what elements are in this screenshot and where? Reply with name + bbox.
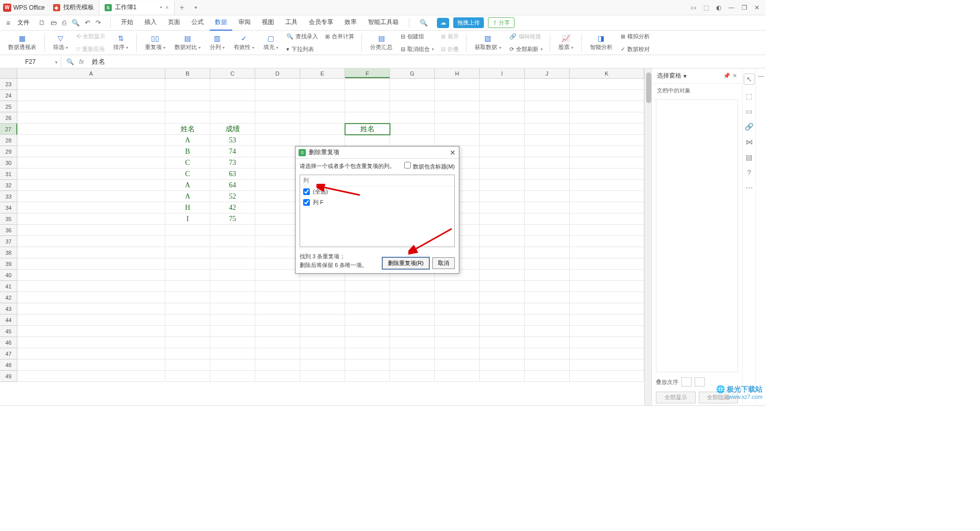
pane-pin-icon[interactable]: 📌	[723, 73, 730, 79]
cell[interactable]	[525, 79, 570, 90]
cell[interactable]	[165, 303, 210, 315]
cell[interactable]	[525, 225, 570, 236]
cell[interactable]	[435, 90, 480, 101]
cell[interactable]	[165, 348, 210, 359]
qat-redo-icon[interactable]: ↷	[95, 19, 101, 27]
cell[interactable]	[210, 236, 255, 247]
cell[interactable]	[300, 112, 345, 124]
formula-input[interactable]: 姓名	[89, 57, 766, 66]
cell[interactable]	[300, 326, 345, 337]
cell[interactable]	[435, 348, 480, 359]
cell[interactable]	[17, 168, 165, 180]
cell[interactable]	[165, 258, 210, 270]
row-header[interactable]: 31	[0, 168, 17, 180]
cell[interactable]	[210, 303, 255, 315]
cell[interactable]	[165, 270, 210, 281]
cell[interactable]	[525, 371, 570, 382]
cell[interactable]	[525, 101, 570, 112]
cell[interactable]	[480, 157, 525, 168]
cell[interactable]	[480, 236, 525, 247]
cell[interactable]	[17, 247, 165, 258]
cell[interactable]	[255, 225, 300, 236]
cell[interactable]	[570, 303, 644, 315]
namebox-dropdown-icon[interactable]: ▾	[55, 60, 58, 65]
doc-tab-workbook[interactable]: S 工作簿1 • ×	[100, 1, 175, 15]
cell[interactable]	[525, 236, 570, 247]
add-sheet-button[interactable]: +	[56, 408, 67, 409]
row-header[interactable]: 23	[0, 79, 17, 90]
cell[interactable]	[570, 124, 644, 135]
ribbon-split[interactable]: ▥分列 ▾	[207, 34, 228, 51]
cell[interactable]	[480, 247, 525, 258]
cell[interactable]	[17, 213, 165, 225]
cell[interactable]: A	[165, 135, 210, 146]
cell[interactable]	[570, 112, 644, 124]
cell[interactable]	[390, 292, 435, 303]
cell[interactable]	[165, 90, 210, 101]
cell[interactable]	[165, 101, 210, 112]
cell[interactable]	[210, 281, 255, 292]
new-tab-button[interactable]: +	[175, 3, 189, 12]
row-header[interactable]: 37	[0, 236, 17, 247]
cell[interactable]	[570, 146, 644, 157]
hamburger-menu-icon[interactable]: ≡	[4, 19, 12, 27]
menu-tab-智能工具箱[interactable]: 智能工具箱	[363, 15, 404, 31]
cell[interactable]	[255, 90, 300, 101]
ribbon-pivot[interactable]: ▦数据透视表	[5, 34, 39, 51]
cell[interactable]	[480, 101, 525, 112]
cell[interactable]	[570, 79, 644, 90]
cell[interactable]	[570, 191, 644, 202]
column-f-item[interactable]: 列 F	[300, 197, 454, 208]
ribbon-reapply[interactable]: ▽ 重新应用	[76, 43, 105, 55]
row-header[interactable]: 48	[0, 359, 17, 371]
cell[interactable]	[570, 236, 644, 247]
cell[interactable]	[525, 292, 570, 303]
cell[interactable]	[255, 112, 300, 124]
ribbon-sort[interactable]: ⇅排序 ▾	[110, 34, 131, 51]
row-header[interactable]: 29	[0, 146, 17, 157]
cell[interactable]	[525, 191, 570, 202]
ribbon-editlink[interactable]: 🔗 编辑链接	[509, 31, 543, 42]
cell[interactable]	[480, 180, 525, 191]
cell[interactable]	[255, 247, 300, 258]
qat-undo-icon[interactable]: ↶	[85, 19, 90, 27]
window-minimize-icon[interactable]: —	[728, 4, 734, 11]
cell[interactable]	[390, 281, 435, 292]
sheet-tab[interactable]: Sheet1	[28, 407, 56, 409]
collapse-panel-icon[interactable]: —	[758, 73, 764, 80]
cell[interactable]	[165, 112, 210, 124]
cell[interactable]	[525, 180, 570, 191]
cell[interactable]	[165, 225, 210, 236]
cell[interactable]	[480, 191, 525, 202]
cell[interactable]	[345, 112, 390, 124]
menu-tab-工具[interactable]: 工具	[280, 15, 303, 31]
cell[interactable]	[210, 359, 255, 371]
menu-tab-开始[interactable]: 开始	[116, 15, 138, 31]
cell[interactable]	[17, 191, 165, 202]
cell[interactable]	[480, 292, 525, 303]
ribbon-stock[interactable]: 📈股票 ▾	[555, 34, 576, 51]
row-header[interactable]: 49	[0, 371, 17, 382]
cell[interactable]	[390, 112, 435, 124]
select-all-corner[interactable]	[0, 68, 17, 78]
file-menu[interactable]: 文件	[14, 18, 33, 27]
cell[interactable]	[435, 326, 480, 337]
move-down-button[interactable]	[695, 377, 705, 387]
cell[interactable]	[345, 315, 390, 326]
cell[interactable]	[570, 202, 644, 213]
cell[interactable]	[255, 315, 300, 326]
cell[interactable]: 42	[210, 202, 255, 213]
cell[interactable]	[165, 247, 210, 258]
ribbon-group[interactable]: ⊟ 创建组	[401, 31, 434, 42]
cell[interactable]	[435, 124, 480, 135]
pane-close-icon[interactable]: ✕	[732, 73, 737, 79]
cell[interactable]: 53	[210, 135, 255, 146]
cell[interactable]	[435, 101, 480, 112]
cell[interactable]	[390, 348, 435, 359]
row-header[interactable]: 25	[0, 101, 17, 112]
tab-menu-button[interactable]: ▾	[189, 5, 202, 10]
cell[interactable]	[17, 337, 165, 348]
cell[interactable]: 75	[210, 213, 255, 225]
cell[interactable]	[435, 337, 480, 348]
col-header-B[interactable]: B	[165, 68, 210, 78]
